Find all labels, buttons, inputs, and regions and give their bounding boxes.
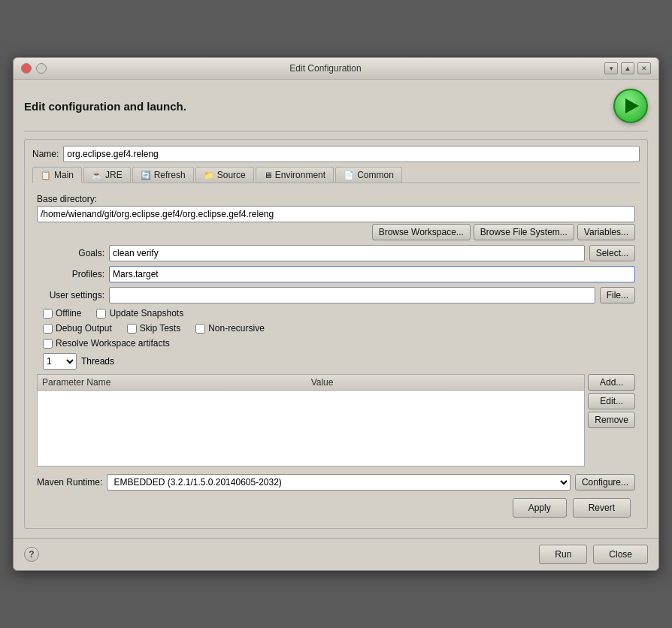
user-settings-input[interactable] <box>109 287 595 303</box>
param-table-header: Parameter Name Value <box>38 375 584 391</box>
tab-main[interactable]: 📋 Main <box>32 167 82 183</box>
param-name-col-header: Parameter Name <box>42 377 311 388</box>
param-table-container: Parameter Name Value <box>37 374 585 466</box>
param-value-col-header: Value <box>311 377 580 388</box>
browse-filesystem-btn[interactable]: Browse File System... <box>474 224 574 240</box>
goals-row: Goals: Select... <box>37 245 635 261</box>
header-row: Edit configuration and launch. <box>24 89 648 123</box>
non-recursive-checkbox[interactable] <box>195 324 205 334</box>
run-btn[interactable]: Run <box>539 545 587 564</box>
tab-common-label: Common <box>357 170 394 180</box>
skip-tests-checkbox[interactable] <box>127 324 137 334</box>
skip-tests-label: Skip Tests <box>140 323 180 334</box>
page-title: Edit configuration and launch. <box>24 100 186 113</box>
window-controls-right: ▾ ▲ ✕ <box>604 62 651 74</box>
revert-btn[interactable]: Revert <box>573 498 631 518</box>
window-body: Edit configuration and launch. Name: 📋 M… <box>14 80 658 538</box>
offline-checkbox-item[interactable]: Offline <box>43 308 81 319</box>
tabs-bar: 📋 Main ☕ JRE 🔄 Refresh 📁 Source 🖥 <box>32 167 640 183</box>
tab-source-label: Source <box>217 170 246 180</box>
offline-label: Offline <box>56 308 81 319</box>
debug-output-checkbox[interactable] <box>43 324 53 334</box>
param-section: Parameter Name Value Add... Edit... Remo… <box>37 374 635 466</box>
edit-param-btn[interactable]: Edit... <box>588 393 635 409</box>
maven-runtime-label: Maven Runtime: <box>37 477 102 488</box>
debug-output-checkbox-item[interactable]: Debug Output <box>43 323 112 334</box>
common-tab-icon: 📄 <box>344 171 354 180</box>
base-dir-label: Base directory: <box>37 194 635 204</box>
main-tab-icon: 📋 <box>41 171 51 180</box>
refresh-tab-icon: 🔄 <box>141 171 151 180</box>
profiles-input[interactable] <box>109 266 635 282</box>
bottom-bar: ? Run Close <box>14 538 658 570</box>
run-icon-button[interactable] <box>613 89 648 123</box>
name-label: Name: <box>32 149 59 159</box>
profiles-label: Profiles: <box>37 269 104 279</box>
name-row: Name: <box>32 146 640 162</box>
bottom-buttons: Run Close <box>539 545 648 564</box>
jre-tab-icon: ☕ <box>92 171 102 180</box>
name-input[interactable] <box>63 146 640 162</box>
threads-row: 1 2 4 Threads <box>43 353 635 370</box>
non-recursive-checkbox-item[interactable]: Non-recursive <box>195 323 265 334</box>
source-tab-icon: 📁 <box>204 171 214 180</box>
threads-select[interactable]: 1 2 4 <box>43 353 77 370</box>
minimize-window-btn[interactable] <box>36 63 47 74</box>
tab-jre[interactable]: ☕ JRE <box>83 167 131 183</box>
form-panel: Name: 📋 Main ☕ JRE 🔄 Refresh 📁 <box>24 139 648 529</box>
select-goals-btn[interactable]: Select... <box>589 245 635 261</box>
profiles-row: Profiles: <box>37 266 635 282</box>
user-settings-row: User settings: File... <box>37 287 635 303</box>
variables-btn[interactable]: Variables... <box>577 224 635 240</box>
user-settings-label: User settings: <box>37 290 104 300</box>
window-restore-btn[interactable]: ▲ <box>621 62 634 74</box>
tab-refresh[interactable]: 🔄 Refresh <box>132 167 194 183</box>
tab-common[interactable]: 📄 Common <box>335 167 402 183</box>
base-dir-section: Base directory: Browse Workspace... Brow… <box>37 194 635 240</box>
file-btn[interactable]: File... <box>600 287 635 303</box>
browse-buttons: Browse Workspace... Browse File System..… <box>37 224 635 240</box>
resolve-workspace-checkbox[interactable] <box>43 339 53 349</box>
help-btn[interactable]: ? <box>24 547 39 562</box>
window-close-btn[interactable]: ✕ <box>637 62 651 74</box>
browse-workspace-btn[interactable]: Browse Workspace... <box>372 224 471 240</box>
update-snapshots-checkbox[interactable] <box>96 309 106 319</box>
param-buttons: Add... Edit... Remove <box>588 374 635 428</box>
update-snapshots-checkbox-item[interactable]: Update Snapshots <box>96 308 183 319</box>
tab-jre-label: JRE <box>105 170 123 180</box>
apply-btn[interactable]: Apply <box>513 498 567 518</box>
window-menu-btn[interactable]: ▾ <box>604 62 618 74</box>
resolve-workspace-checkbox-item[interactable]: Resolve Workspace artifacts <box>43 338 170 349</box>
tab-main-label: Main <box>54 170 74 180</box>
add-param-btn[interactable]: Add... <box>588 374 635 391</box>
close-btn[interactable]: Close <box>593 545 648 564</box>
window-title: Edit Configuration <box>47 63 604 74</box>
environment-tab-icon: 🖥 <box>264 171 272 180</box>
action-row: Apply Revert <box>37 498 635 518</box>
header-divider <box>24 131 648 131</box>
configure-btn[interactable]: Configure... <box>575 474 635 491</box>
goals-label: Goals: <box>37 248 104 258</box>
base-dir-input[interactable] <box>37 206 635 222</box>
update-snapshots-label: Update Snapshots <box>109 308 183 319</box>
tab-main-content: Base directory: Browse Workspace... Brow… <box>32 188 640 522</box>
skip-tests-checkbox-item[interactable]: Skip Tests <box>127 323 180 334</box>
resolve-workspace-row: Resolve Workspace artifacts <box>43 338 635 349</box>
play-triangle-icon <box>625 98 639 113</box>
tab-environment-label: Environment <box>275 170 325 180</box>
non-recursive-label: Non-recursive <box>208 323 265 334</box>
tab-environment[interactable]: 🖥 Environment <box>256 167 334 183</box>
close-window-btn[interactable] <box>21 63 32 74</box>
title-bar: Edit Configuration ▾ ▲ ✕ <box>14 58 658 80</box>
threads-label: Threads <box>81 356 114 367</box>
maven-runtime-row: Maven Runtime: EMBEDDED (3.2.1/1.5.0.201… <box>37 474 635 491</box>
checkboxes-row-2: Debug Output Skip Tests Non-recursive <box>43 323 635 334</box>
offline-checkbox[interactable] <box>43 309 53 319</box>
tab-source[interactable]: 📁 Source <box>195 167 254 183</box>
param-table: Parameter Name Value <box>37 374 585 466</box>
debug-output-label: Debug Output <box>56 323 112 334</box>
goals-input[interactable] <box>109 245 585 261</box>
main-window: Edit Configuration ▾ ▲ ✕ Edit configurat… <box>13 57 659 571</box>
maven-runtime-select[interactable]: EMBEDDED (3.2.1/1.5.0.20140605-2032) <box>107 474 571 491</box>
remove-param-btn[interactable]: Remove <box>588 412 635 428</box>
